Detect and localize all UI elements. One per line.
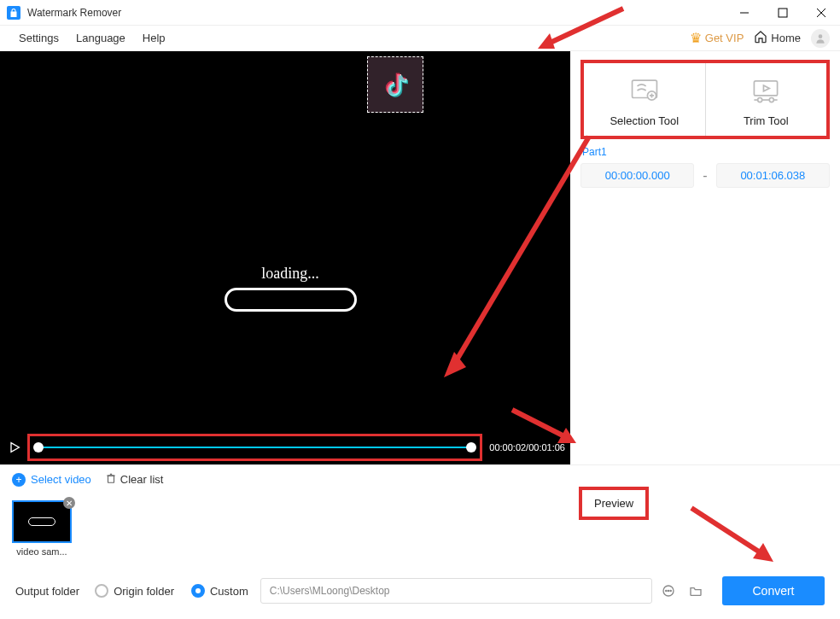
tool-group: Selection Tool Trim Tool [580, 60, 830, 139]
titlebar: Watermark Remover [0, 0, 840, 26]
start-time-field[interactable]: 00:00:00.000 [580, 163, 694, 188]
time-dash: - [703, 168, 707, 184]
main-area: loading... 00:00:02/00:01:06 [0, 51, 840, 464]
svg-marker-5 [11, 443, 19, 453]
custom-folder-radio[interactable]: Custom [191, 584, 248, 598]
output-radio-group: Origin folder Custom [95, 584, 248, 598]
clear-list-label: Clear list [120, 473, 164, 486]
loading-indicator: loading... [218, 265, 363, 312]
playback-time: 00:00:02/00:01:06 [489, 442, 565, 453]
select-video-label: Select video [31, 473, 91, 486]
play-button[interactable] [5, 438, 24, 457]
maximize-button[interactable] [763, 0, 802, 26]
minimize-button[interactable] [725, 0, 763, 26]
svg-rect-8 [755, 81, 778, 96]
output-folder-label: Output folder [15, 585, 79, 598]
trash-icon [105, 472, 117, 487]
plus-icon: + [12, 473, 26, 487]
menu-settings[interactable]: Settings [10, 28, 67, 48]
svg-marker-9 [764, 85, 770, 91]
home-icon [754, 30, 767, 46]
preview-button[interactable]: Preview [579, 487, 649, 520]
get-vip-label: Get VIP [705, 32, 744, 44]
end-time-field[interactable]: 00:01:06.038 [716, 163, 830, 188]
thumbnail-label: video sam... [12, 546, 72, 557]
watermark-selection-box[interactable] [367, 56, 423, 113]
origin-folder-radio[interactable]: Origin folder [95, 584, 174, 598]
home-button[interactable]: Home [754, 30, 801, 46]
time-range-row: 00:00:00.000 - 00:01:06.038 [580, 163, 830, 188]
app-icon [7, 6, 20, 20]
svg-point-12 [770, 98, 774, 102]
remove-thumbnail-button[interactable]: ✕ [63, 497, 75, 509]
home-label: Home [771, 32, 801, 44]
loading-text: loading... [218, 265, 363, 283]
player-controls: 00:00:02/00:01:06 [0, 430, 570, 464]
thumbnail-image: ✕ [12, 500, 72, 543]
app-title: Watermark Remover [27, 7, 121, 19]
loading-bar [225, 288, 357, 312]
video-pane: loading... 00:00:02/00:01:06 [0, 51, 570, 464]
selection-tool-button[interactable]: Selection Tool [584, 63, 705, 136]
video-canvas[interactable]: loading... [0, 51, 570, 430]
origin-folder-label: Origin folder [114, 585, 174, 598]
more-options-button[interactable] [657, 580, 680, 602]
get-vip-button[interactable]: ♛ Get VIP [690, 30, 744, 46]
selection-tool-label: Selection Tool [591, 114, 698, 127]
browse-folder-button[interactable] [685, 580, 707, 602]
svg-rect-1 [779, 9, 787, 17]
list-actions-row: + Select video Clear list [0, 464, 840, 493]
trim-handle-start[interactable] [33, 442, 44, 453]
close-button[interactable] [802, 0, 840, 26]
thumbnails-row: ✕ video sam... [0, 493, 840, 567]
svg-point-11 [758, 98, 762, 102]
trim-handle-end[interactable] [466, 442, 476, 453]
video-thumbnail[interactable]: ✕ video sam... [12, 500, 72, 567]
trim-tool-label: Trim Tool [713, 114, 820, 127]
trim-slider[interactable] [27, 434, 482, 461]
svg-point-4 [819, 34, 823, 38]
custom-folder-label: Custom [210, 585, 248, 598]
tool-sidebar: Selection Tool Trim Tool Part1 00:00:00.… [570, 51, 840, 464]
selection-tool-icon [591, 75, 698, 106]
trim-tool-icon [713, 75, 820, 106]
menu-help[interactable]: Help [134, 28, 174, 48]
window-controls [725, 0, 840, 26]
crown-icon: ♛ [690, 30, 702, 46]
convert-button[interactable]: Convert [722, 576, 825, 605]
clear-list-button[interactable]: Clear list [105, 472, 164, 487]
thumbnail-preview [28, 517, 55, 526]
radio-icon [95, 584, 108, 598]
menu-language[interactable]: Language [67, 28, 134, 48]
radio-icon [191, 584, 205, 598]
part-label[interactable]: Part1 [582, 146, 830, 158]
svg-rect-13 [108, 476, 114, 482]
select-video-button[interactable]: + Select video [12, 473, 91, 487]
output-bar: Output folder Origin folder Custom Conve… [0, 573, 840, 609]
svg-point-17 [670, 590, 671, 591]
trim-tool-button[interactable]: Trim Tool [705, 63, 827, 136]
user-avatar[interactable] [811, 29, 830, 48]
menubar: Settings Language Help ♛ Get VIP Home [0, 26, 840, 51]
output-path-input[interactable] [260, 578, 652, 604]
svg-point-16 [668, 590, 668, 591]
tiktok-icon [380, 67, 411, 102]
svg-point-15 [666, 590, 667, 591]
